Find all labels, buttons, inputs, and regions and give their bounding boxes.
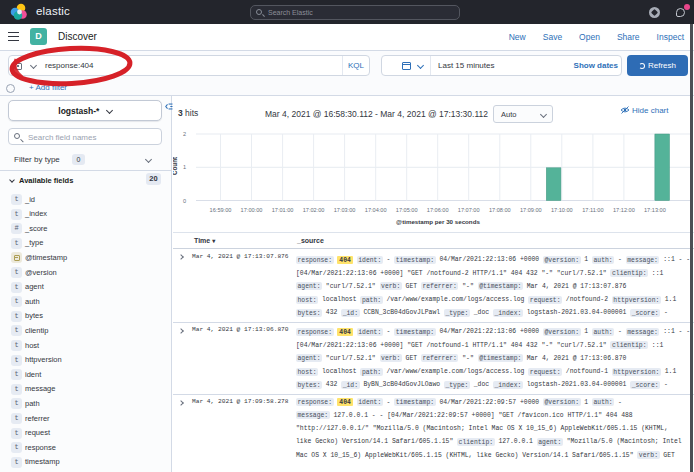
svg-text:17:13:00: 17:13:00 <box>644 207 666 213</box>
svg-text:@timestamp per 30 seconds: @timestamp per 30 seconds <box>396 218 480 225</box>
svg-text:17:04:00: 17:04:00 <box>365 207 387 213</box>
svg-text:17:07:00: 17:07:00 <box>458 207 480 213</box>
svg-text:17:11:00: 17:11:00 <box>582 207 603 213</box>
svg-text:17:06:00: 17:06:00 <box>427 207 449 213</box>
svg-text:17:10:00: 17:10:00 <box>551 207 573 213</box>
svg-text:17:01:00: 17:01:00 <box>272 207 294 213</box>
svg-text:17:09:00: 17:09:00 <box>520 207 542 213</box>
svg-text:2: 2 <box>183 131 186 137</box>
svg-text:17:08:00: 17:08:00 <box>489 207 511 213</box>
svg-text:17:00:00: 17:00:00 <box>241 207 263 213</box>
svg-text:17:05:00: 17:05:00 <box>396 207 418 213</box>
svg-text:Count: Count <box>173 156 178 175</box>
svg-text:0: 0 <box>183 198 186 204</box>
svg-text:17:12:00: 17:12:00 <box>613 207 635 213</box>
svg-text:17:02:00: 17:02:00 <box>303 207 325 213</box>
svg-text:16:59:00: 16:59:00 <box>210 207 232 213</box>
svg-text:17:03:00: 17:03:00 <box>334 207 356 213</box>
svg-text:1: 1 <box>183 164 186 170</box>
